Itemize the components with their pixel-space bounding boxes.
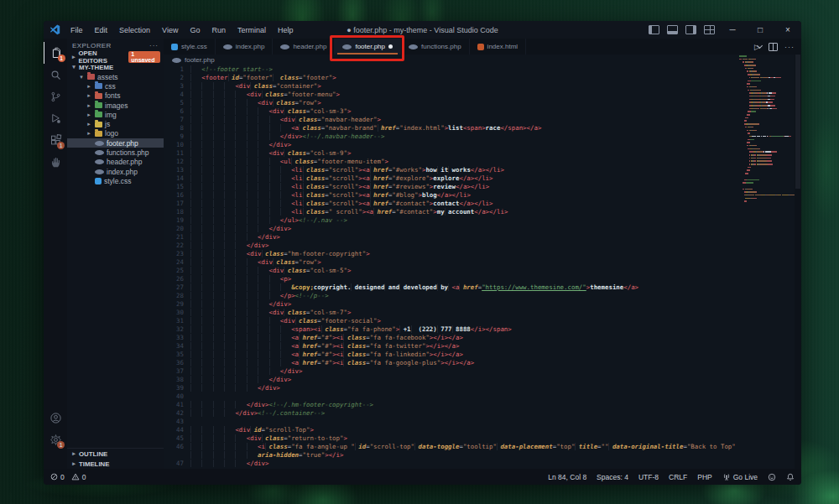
code-line: 41 </div><!--/.hm-footer-copyright--> bbox=[164, 401, 737, 409]
code-line: 38 </div> bbox=[164, 376, 737, 384]
explorer-activity-button[interactable]: 1 bbox=[44, 42, 68, 64]
status-ln-84-col-8[interactable]: Ln 84, Col 8 bbox=[548, 473, 586, 481]
run-debug-activity-button[interactable] bbox=[44, 107, 67, 129]
toggle-panel-icon[interactable] bbox=[667, 25, 678, 34]
chevron-right-icon: ▸ bbox=[70, 450, 77, 457]
minimap-line bbox=[737, 189, 795, 190]
toggle-sidebar-icon[interactable] bbox=[649, 25, 659, 34]
php-file-icon bbox=[95, 169, 104, 174]
code-line: 31 <div class="footer-social"> bbox=[164, 317, 737, 325]
vertical-scrollbar[interactable] bbox=[795, 55, 801, 469]
line-number: 36 bbox=[164, 359, 190, 367]
status-count: 0 bbox=[60, 473, 65, 481]
feedback-icon bbox=[768, 473, 776, 481]
menu-item-run[interactable]: Run bbox=[206, 24, 231, 36]
breadcrumb[interactable]: footer.php bbox=[164, 55, 737, 65]
sidebar-bottom-sections: ▸OUTLINE▸TIMELINE bbox=[67, 448, 164, 469]
minimap-line bbox=[737, 120, 795, 122]
menu-item-selection[interactable]: Selection bbox=[114, 24, 155, 36]
tab-index.html[interactable]: index.html bbox=[470, 39, 526, 55]
tree-item-index.php[interactable]: index.php bbox=[67, 167, 164, 176]
code-line: 30 <div class="col-sm-7"> bbox=[164, 309, 737, 317]
code-line-text: <div class="return-to-top"> bbox=[190, 434, 737, 443]
menu-item-file[interactable]: File bbox=[65, 24, 88, 36]
tree-item-js[interactable]: ▸js bbox=[67, 119, 164, 128]
customize-layout-icon[interactable] bbox=[704, 25, 715, 34]
account-icon[interactable] bbox=[44, 407, 67, 429]
status-php[interactable]: PHP bbox=[697, 473, 711, 481]
menu-item-terminal[interactable]: Terminal bbox=[232, 24, 271, 36]
warning-icon bbox=[71, 473, 80, 481]
line-number: 2 bbox=[164, 74, 190, 82]
tab-functions.php[interactable]: functions.php bbox=[401, 39, 470, 55]
code-line: 10 </div> bbox=[164, 141, 737, 149]
editor-more-actions-icon[interactable]: ··· bbox=[784, 43, 795, 51]
minimap[interactable] bbox=[737, 55, 795, 469]
line-number: 25 bbox=[164, 267, 190, 275]
code-line-text: </div> bbox=[190, 242, 737, 250]
code-line: 6 <div class="col-sm-3"> bbox=[164, 107, 737, 116]
tab-index.php[interactable]: index.php bbox=[216, 39, 274, 55]
source-control-activity-button[interactable] bbox=[44, 86, 67, 107]
code-line-text: </div> bbox=[190, 300, 737, 309]
tree-item-header.php[interactable]: header.php bbox=[67, 158, 164, 167]
run-button[interactable]: ▷ bbox=[754, 43, 762, 51]
line-number: 37 bbox=[164, 367, 190, 376]
close-button[interactable]: × bbox=[778, 25, 798, 34]
tree-item-images[interactable]: ▸images bbox=[67, 101, 164, 110]
tab-label: footer.php bbox=[355, 43, 385, 50]
workspace-root-row[interactable]: ▾ MY-THEME bbox=[67, 62, 164, 72]
problems-status[interactable]: 00 bbox=[50, 473, 86, 481]
search-activity-button[interactable] bbox=[44, 64, 67, 86]
status-feedback-icon[interactable] bbox=[768, 473, 776, 481]
code-editor[interactable]: 1 <!--footer start-->2 <footer id="foote… bbox=[164, 65, 737, 468]
status-warning[interactable]: 0 bbox=[71, 473, 86, 481]
status-crlf[interactable]: CRLF bbox=[669, 473, 687, 481]
minimize-button[interactable]: ─ bbox=[722, 25, 743, 34]
status-error[interactable]: 0 bbox=[50, 473, 65, 481]
activity-bar: 1 1 bbox=[44, 39, 67, 469]
status-go-live[interactable]: Go Live bbox=[722, 473, 758, 481]
maximize-button[interactable]: □ bbox=[750, 25, 770, 34]
status-bell-icon[interactable] bbox=[786, 473, 795, 481]
hand-extension-activity-button[interactable] bbox=[44, 151, 67, 173]
section-timeline[interactable]: ▸TIMELINE bbox=[67, 459, 164, 469]
tree-item-css[interactable]: ▸css bbox=[67, 81, 164, 91]
menu-item-help[interactable]: Help bbox=[273, 24, 299, 36]
vscode-logo-icon[interactable] bbox=[44, 24, 65, 35]
gear-icon[interactable]: 1 bbox=[44, 429, 67, 450]
line-number: 26 bbox=[164, 275, 190, 283]
menu-item-view[interactable]: View bbox=[157, 24, 183, 36]
status-utf-8[interactable]: UTF-8 bbox=[638, 473, 659, 481]
tree-item-functions.php[interactable]: functions.php bbox=[67, 148, 164, 157]
tree-item-fonts[interactable]: ▸fonts bbox=[67, 91, 164, 101]
tab-style.css[interactable]: style.css bbox=[164, 39, 216, 55]
split-editor-icon[interactable] bbox=[769, 43, 778, 51]
code-line-text: <li class="scroll"><a href="#explore">ex… bbox=[190, 174, 737, 183]
line-number: 13 bbox=[164, 166, 190, 174]
code-line: aria-hidden="true"></i> bbox=[164, 451, 737, 460]
toggle-secondary-sidebar-icon[interactable] bbox=[685, 25, 696, 34]
code-line: 3 <div class="container"> bbox=[164, 82, 737, 91]
tree-item-logo[interactable]: ▸logo bbox=[67, 129, 164, 138]
tree-item-img[interactable]: ▸img bbox=[67, 110, 164, 119]
code-line-text: <div class="row"> bbox=[190, 99, 737, 107]
section-outline[interactable]: ▸OUTLINE bbox=[67, 449, 164, 459]
tab-header.php[interactable]: header.php bbox=[273, 39, 335, 55]
open-editors-section[interactable]: ▸ OPEN EDITORS 1 unsaved bbox=[67, 52, 164, 62]
tree-item-footer.php[interactable]: footer.php bbox=[67, 138, 164, 148]
code-line-text: </div> bbox=[190, 376, 737, 384]
code-line-text: <a href="#"><i class="fa fa-google-plus"… bbox=[190, 359, 737, 367]
tree-item-assets[interactable]: ▾assets bbox=[67, 72, 164, 81]
tab-bar-tabs: style.cssindex.phpheader.phpfooter.phpfu… bbox=[164, 39, 526, 55]
status-spaces-4[interactable]: Spaces: 4 bbox=[597, 473, 628, 481]
minimap-line bbox=[737, 99, 795, 101]
tree-item-style.css[interactable]: style.css bbox=[67, 176, 164, 185]
code-line-text: <span><i class="fa fa-phone"> +1 (222) 7… bbox=[190, 325, 737, 334]
tab-footer.php[interactable]: footer.php bbox=[335, 39, 401, 55]
tab-label: header.php bbox=[293, 43, 326, 50]
menu-item-go[interactable]: Go bbox=[185, 24, 205, 36]
extensions-activity-button[interactable]: 1 bbox=[44, 129, 67, 151]
sidebar-more-icon[interactable]: ··· bbox=[149, 42, 159, 49]
menu-item-edit[interactable]: Edit bbox=[90, 24, 113, 36]
